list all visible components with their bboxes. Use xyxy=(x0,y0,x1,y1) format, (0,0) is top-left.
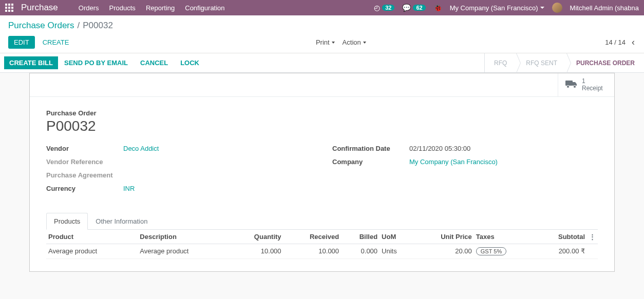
stat-buttons: 1 Receipt xyxy=(30,73,614,97)
cell-subtotal: 200.00 ₹ xyxy=(534,244,587,258)
vendor-label: Vendor xyxy=(46,145,123,155)
purchase-agreement-value xyxy=(123,171,312,182)
svg-rect-8 xyxy=(11,10,13,12)
tabs: Products Other Information xyxy=(46,212,598,230)
cell-product: Average product xyxy=(46,244,138,258)
company-name: My Company (San Francisco) xyxy=(450,4,538,12)
table-row[interactable]: Average product Average product 10.000 1… xyxy=(46,244,598,258)
caret-down-icon xyxy=(363,42,366,44)
receipt-count: 1 xyxy=(582,77,603,85)
svg-rect-5 xyxy=(11,7,13,9)
breadcrumb-current: P00032 xyxy=(83,21,113,31)
currency-label: Currency xyxy=(46,185,123,195)
kebab-icon[interactable]: ⋮ xyxy=(589,233,596,241)
nav-orders[interactable]: Orders xyxy=(79,4,99,12)
flow-step-rfq-sent[interactable]: RFQ SENT xyxy=(516,53,566,72)
flow-step-purchase-order[interactable]: PURCHASE ORDER xyxy=(566,53,644,72)
apps-icon[interactable] xyxy=(5,4,13,12)
svg-rect-7 xyxy=(8,10,10,12)
form-sheet: 1 Receipt Purchase Order P00032 Vendor D… xyxy=(29,73,615,272)
cell-uom: Units xyxy=(380,244,413,258)
print-label: Print xyxy=(316,38,330,46)
messages-button[interactable]: 💬 62 xyxy=(402,4,425,12)
vendor-value[interactable]: Deco Addict xyxy=(123,145,312,155)
svg-point-10 xyxy=(567,85,570,88)
th-product: Product xyxy=(46,230,138,244)
avatar[interactable] xyxy=(552,3,562,13)
caret-down-icon xyxy=(332,42,335,44)
th-unit-price: Unit Price xyxy=(413,230,474,244)
tab-products[interactable]: Products xyxy=(46,213,88,230)
send-po-button[interactable]: SEND PO BY EMAIL xyxy=(58,56,134,69)
title-label: Purchase Order xyxy=(46,109,598,117)
chat-icon: 💬 xyxy=(402,4,411,12)
vendor-ref-label: Vendor Reference xyxy=(46,158,123,168)
clock-icon: ◴ xyxy=(374,4,380,12)
form-container: 1 Receipt Purchase Order P00032 Vendor D… xyxy=(0,73,644,272)
nav-reporting[interactable]: Reporting xyxy=(146,4,175,12)
print-dropdown[interactable]: Print xyxy=(316,38,335,46)
svg-rect-3 xyxy=(5,7,7,9)
tab-other-info[interactable]: Other Information xyxy=(88,213,155,230)
purchase-agreement-label: Purchase Agreement xyxy=(46,171,123,182)
nav-products[interactable]: Products xyxy=(109,4,136,12)
edit-button[interactable]: EDIT xyxy=(8,36,35,49)
th-quantity: Quantity xyxy=(230,230,283,244)
cancel-button[interactable]: CANCEL xyxy=(134,56,174,69)
svg-rect-2 xyxy=(11,4,13,6)
cell-quantity: 10.000 xyxy=(230,244,283,258)
truck-icon xyxy=(565,79,578,90)
order-lines-table: Product Description Quantity Received Bi… xyxy=(46,230,598,259)
topbar-right: ◴ 32 💬 62 🐞 My Company (San Francisco) M… xyxy=(374,3,639,13)
th-uom: UoM xyxy=(380,230,413,244)
record-title: P00032 xyxy=(46,118,598,134)
th-taxes: Taxes xyxy=(474,230,534,244)
th-description: Description xyxy=(138,230,229,244)
currency-value[interactable]: INR xyxy=(123,185,312,195)
th-subtotal: Subtotal xyxy=(534,230,587,244)
company-value[interactable]: My Company (San Francisco) xyxy=(409,158,598,168)
user-menu[interactable]: Mitchell Admin (shabna xyxy=(570,4,639,12)
caret-down-icon xyxy=(540,7,544,9)
confirm-date-label: Confirmation Date xyxy=(332,145,409,155)
breadcrumb: Purchase Orders / P00032 xyxy=(8,21,113,31)
nav-configuration[interactable]: Configuration xyxy=(185,4,224,12)
svg-rect-0 xyxy=(5,4,7,6)
company-selector[interactable]: My Company (San Francisco) xyxy=(450,4,544,12)
form-col-right: Confirmation Date 02/11/2020 05:30:00 Co… xyxy=(332,145,598,198)
flow-step-rfq[interactable]: RFQ xyxy=(484,53,516,72)
action-label: Action xyxy=(343,38,361,46)
pager[interactable]: 14 / 14 xyxy=(605,38,626,46)
th-received: Received xyxy=(283,230,342,244)
svg-rect-9 xyxy=(565,81,573,86)
svg-rect-1 xyxy=(8,4,10,6)
activities-badge: 32 xyxy=(382,5,394,11)
breadcrumb-parent[interactable]: Purchase Orders xyxy=(8,21,74,31)
action-dropdown[interactable]: Action xyxy=(343,38,366,46)
statusbar: CREATE BILL SEND PO BY EMAIL CANCEL LOCK… xyxy=(0,53,644,73)
nav-menu: Orders Products Reporting Configuration xyxy=(79,4,225,12)
form-col-left: Vendor Deco Addict Vendor Reference Purc… xyxy=(46,145,312,198)
company-label: Company xyxy=(332,158,409,168)
status-flow: RFQ RFQ SENT PURCHASE ORDER xyxy=(484,53,644,72)
vendor-ref-value xyxy=(123,158,312,168)
activities-button[interactable]: ◴ 32 xyxy=(374,4,394,12)
pager-prev[interactable]: ‹ xyxy=(631,36,636,49)
create-bill-button[interactable]: CREATE BILL xyxy=(4,56,58,69)
control-panel: Purchase Orders / P00032 EDIT CREATE Pri… xyxy=(0,15,644,53)
svg-point-11 xyxy=(574,85,576,88)
svg-rect-6 xyxy=(5,10,7,12)
lock-button[interactable]: LOCK xyxy=(174,56,205,69)
debug-icon[interactable]: 🐞 xyxy=(433,4,442,12)
confirm-date-value: 02/11/2020 05:30:00 xyxy=(409,145,598,155)
svg-rect-4 xyxy=(8,7,10,9)
breadcrumb-sep: / xyxy=(78,21,80,31)
receipt-stat-button[interactable]: 1 Receipt xyxy=(558,73,614,96)
cell-description: Average product xyxy=(138,244,229,258)
receipt-label: Receipt xyxy=(582,85,603,92)
cell-taxes: GST 5% xyxy=(474,244,534,258)
app-name[interactable]: Purchase xyxy=(21,3,58,13)
th-billed: Billed xyxy=(341,230,380,244)
tax-tag: GST 5% xyxy=(476,247,506,255)
create-button[interactable]: CREATE xyxy=(37,36,75,49)
